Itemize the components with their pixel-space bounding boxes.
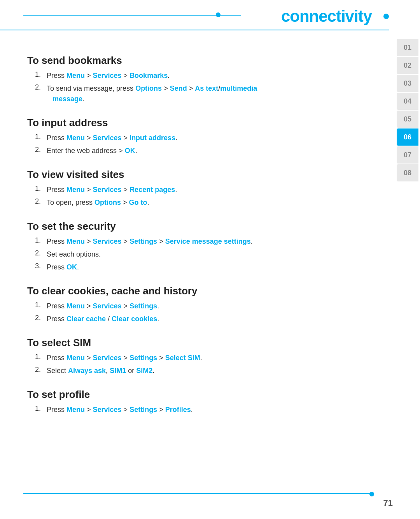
step-text: Enter the web address > OK. [47, 146, 137, 156]
page-footer: 71 [0, 498, 420, 508]
step-number: 1. [35, 353, 44, 361]
step-item: 1. Press Menu > Services > Settings > Pr… [35, 405, 338, 415]
step-item: 2. To send via message, press Options > … [35, 83, 338, 104]
step-text: Set each options. [47, 249, 101, 260]
step-number: 2. [35, 197, 44, 206]
step-text: To send via message, press Options > Sen… [47, 83, 257, 104]
heading-select-sim: To select SIM [27, 337, 338, 349]
step-text: To open, press Options > Go to. [47, 197, 149, 208]
step-number: 1. [35, 133, 44, 141]
step-number: 2. [35, 366, 44, 374]
step-item: 2. Enter the web address > OK. [35, 146, 338, 156]
step-item: 1. Press Menu > Services > Settings. [35, 301, 338, 311]
section-set-security: To set the security 1. Press Menu > Serv… [27, 220, 338, 273]
section-set-profile: To set profile 1. Press Menu > Services … [27, 389, 338, 415]
steps-set-profile: 1. Press Menu > Services > Settings > Pr… [27, 405, 338, 415]
steps-input-address: 1. Press Menu > Services > Input address… [27, 133, 338, 156]
step-item: 2. Press Clear cache / Clear cookies. [35, 314, 338, 324]
step-number: 1. [35, 70, 44, 79]
section-select-sim: To select SIM 1. Press Menu > Services >… [27, 337, 338, 376]
section-view-visited-sites: To view visited sites 1. Press Menu > Se… [27, 169, 338, 208]
step-item: 2. Select Always ask, SIM1 or SIM2. [35, 366, 338, 376]
step-number: 1. [35, 405, 44, 413]
step-number: 2. [35, 83, 44, 91]
main-content: To send bookmarks 1. Press Menu > Servic… [0, 30, 373, 441]
section-input-address: To input address 1. Press Menu > Service… [27, 117, 338, 156]
footer-line [23, 493, 373, 494]
page-header: connectivity [0, 0, 389, 30]
step-item: 1. Press Menu > Services > Recent pages. [35, 185, 338, 195]
sidenav-item-07[interactable]: 07 [397, 146, 418, 164]
sidenav-item-02[interactable]: 02 [397, 57, 418, 74]
page-number: 71 [383, 498, 393, 508]
side-navigation: 01 02 03 04 05 06 07 08 [397, 39, 420, 182]
step-number: 1. [35, 185, 44, 193]
page-title: connectivity [281, 7, 383, 26]
step-text: Press Menu > Services > Settings > Profi… [47, 405, 193, 415]
heading-send-bookmarks: To send bookmarks [27, 55, 338, 67]
step-text: Press Clear cache / Clear cookies. [47, 314, 159, 324]
heading-input-address: To input address [27, 117, 338, 129]
step-text: Press OK. [47, 262, 79, 273]
sidenav-item-08[interactable]: 08 [397, 164, 418, 181]
steps-view-visited-sites: 1. Press Menu > Services > Recent pages.… [27, 185, 338, 208]
step-number: 2. [35, 146, 44, 154]
step-text: Press Menu > Services > Settings > Selec… [47, 353, 202, 363]
step-item: 2. Set each options. [35, 249, 338, 260]
step-text: Press Menu > Services > Settings > Servi… [47, 236, 253, 247]
heading-clear-cookies: To clear cookies, cache and history [27, 285, 338, 297]
step-item: 2. To open, press Options > Go to. [35, 197, 338, 208]
section-clear-cookies: To clear cookies, cache and history 1. P… [27, 285, 338, 324]
steps-send-bookmarks: 1. Press Menu > Services > Bookmarks. 2.… [27, 70, 338, 104]
step-number: 2. [35, 249, 44, 257]
step-number: 3. [35, 262, 44, 270]
step-number: 2. [35, 314, 44, 322]
footer-dot [369, 492, 374, 496]
heading-set-profile: To set profile [27, 389, 338, 401]
header-line-left [23, 15, 241, 16]
sidenav-item-06[interactable]: 06 [397, 128, 418, 146]
step-number: 1. [35, 301, 44, 309]
step-text: Press Menu > Services > Settings. [47, 301, 159, 311]
heading-set-security: To set the security [27, 220, 338, 232]
step-number: 1. [35, 236, 44, 245]
step-item: 3. Press OK. [35, 262, 338, 273]
steps-select-sim: 1. Press Menu > Services > Settings > Se… [27, 353, 338, 376]
sidenav-item-04[interactable]: 04 [397, 93, 418, 110]
header-dot-left [216, 12, 220, 17]
steps-clear-cookies: 1. Press Menu > Services > Settings. 2. … [27, 301, 338, 324]
step-item: 1. Press Menu > Services > Settings > Se… [35, 353, 338, 363]
steps-set-security: 1. Press Menu > Services > Settings > Se… [27, 236, 338, 273]
step-text: Press Menu > Services > Bookmarks. [47, 70, 170, 81]
step-item: 1. Press Menu > Services > Bookmarks. [35, 70, 338, 81]
step-text: Press Menu > Services > Input address. [47, 133, 177, 143]
step-item: 1. Press Menu > Services > Input address… [35, 133, 338, 143]
step-text: Press Menu > Services > Recent pages. [47, 185, 177, 195]
section-send-bookmarks: To send bookmarks 1. Press Menu > Servic… [27, 55, 338, 104]
step-text: Select Always ask, SIM1 or SIM2. [47, 366, 154, 376]
heading-view-visited-sites: To view visited sites [27, 169, 338, 181]
sidenav-item-01[interactable]: 01 [397, 39, 418, 56]
header-dot-right [383, 14, 389, 19]
sidenav-item-03[interactable]: 03 [397, 75, 418, 92]
step-item: 1. Press Menu > Services > Settings > Se… [35, 236, 338, 247]
sidenav-item-05[interactable]: 05 [397, 111, 418, 128]
